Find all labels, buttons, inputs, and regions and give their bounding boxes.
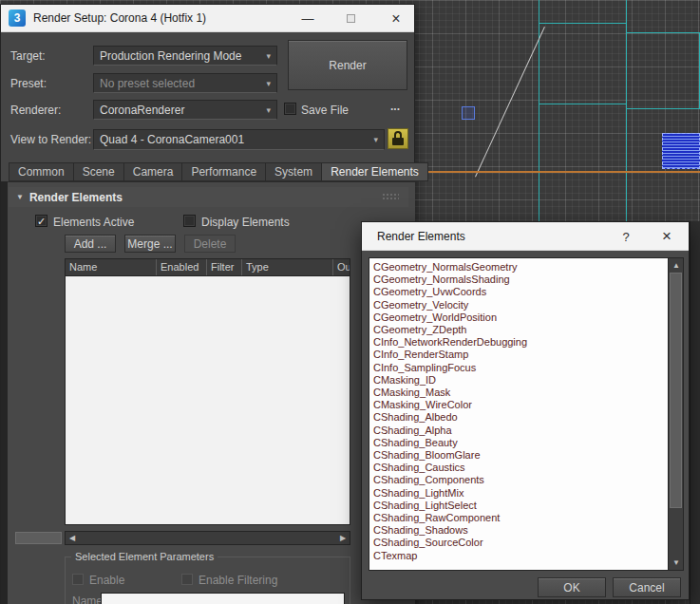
render-element-item[interactable]: CShading_Beauty	[373, 437, 683, 449]
camera-target-marker[interactable]	[462, 106, 475, 120]
tab-common[interactable]: Common	[9, 162, 74, 181]
preset-dropdown[interactable]: No preset selected ▾	[93, 73, 277, 93]
tab-render-elements[interactable]: Render Elements	[322, 162, 428, 181]
preset-value: No preset selected	[100, 77, 195, 90]
scroll-right-icon[interactable]: ▶	[336, 532, 350, 544]
maximize-button[interactable]	[333, 5, 368, 32]
selected-element-parameters-title: Selected Element Parameters	[71, 551, 218, 562]
view-to-render-dropdown[interactable]: Quad 4 - CoronaCamera001 ▾	[93, 129, 385, 150]
cancel-button[interactable]: Cancel	[613, 577, 681, 597]
close-button[interactable]: ×	[377, 5, 415, 32]
viewport-edge-panel	[690, 221, 700, 604]
rollout-scroll-strip[interactable]	[1, 181, 8, 604]
lock-view-button[interactable]	[388, 128, 408, 149]
dialog-titlebar[interactable]: Render Elements ? ×	[362, 222, 689, 251]
render-element-item[interactable]: CShading_SourceColor	[373, 537, 683, 549]
column-header-output: Ou	[333, 259, 350, 275]
render-element-item[interactable]: CShading_Shadows	[373, 524, 683, 537]
add-button[interactable]: Add ...	[65, 235, 116, 253]
tab-system[interactable]: System	[266, 162, 322, 181]
scrollbar-thumb[interactable]	[15, 532, 62, 544]
wireframe-diagonal-line[interactable]	[475, 27, 545, 177]
elements-active-checkbox[interactable]: ✓	[35, 215, 47, 227]
render-setup-titlebar[interactable]: 3 Render Setup: Corona 4 (Hotfix 1) — ×	[1, 5, 414, 32]
renderer-value: CoronaRenderer	[100, 104, 184, 117]
browse-button[interactable]: ...	[390, 100, 400, 113]
render-element-item[interactable]: CMasking_WireColor	[373, 399, 683, 411]
rollout-collapse-icon: ▼	[16, 193, 24, 201]
display-elements-checkbox[interactable]	[183, 215, 196, 227]
dialog-close-button[interactable]: ×	[649, 222, 685, 251]
tab-scene[interactable]: Scene	[74, 162, 124, 181]
wireframe-rect[interactable]	[539, 23, 627, 104]
elements-table-body[interactable]	[65, 276, 350, 525]
render-element-item[interactable]: CShading_Caustics	[373, 462, 683, 474]
target-dropdown[interactable]: Production Rendering Mode ▾	[93, 46, 277, 66]
column-header-filter: Filter	[207, 259, 242, 275]
render-element-item[interactable]: CInfo_SamplingFocus	[373, 362, 683, 374]
table-horizontal-scrollbar[interactable]: ◀ ▶	[65, 531, 350, 545]
list-vertical-scrollbar[interactable]: ▲ ▼	[668, 258, 683, 570]
render-element-item[interactable]: CShading_LightSelect	[373, 500, 683, 512]
selected-object-wireframe[interactable]	[662, 133, 700, 169]
chevron-down-icon: ▾	[266, 51, 271, 61]
help-button[interactable]: ?	[608, 222, 644, 251]
column-header-enabled: Enabled	[157, 259, 207, 275]
render-element-item[interactable]: CGeometry_UvwCoords	[373, 286, 683, 298]
wireframe-rect[interactable]	[626, 32, 700, 109]
render-button[interactable]: Render	[288, 40, 407, 90]
render-element-item[interactable]: CShading_BloomGlare	[373, 449, 683, 462]
renderer-dropdown[interactable]: CoronaRenderer ▾	[93, 100, 277, 120]
render-element-item[interactable]: CGeometry_WorldPosition	[373, 311, 683, 324]
render-element-item[interactable]: CTexmap	[373, 550, 683, 562]
target-value: Production Rendering Mode	[100, 49, 241, 63]
render-elements-rollout-header[interactable]: ▼ Render Elements	[9, 187, 408, 207]
enable-filtering-label: Enable Filtering	[199, 574, 277, 587]
render-setup-tabs: Common Scene Camera Performance System R…	[9, 162, 428, 181]
maximize-icon	[347, 14, 355, 23]
elements-active-label: Elements Active	[53, 216, 134, 229]
render-element-item[interactable]: CMasking_Mask	[373, 387, 683, 399]
chevron-down-icon: ▾	[373, 135, 378, 144]
save-file-label: Save File	[301, 104, 349, 117]
spline-orange-line[interactable]	[415, 171, 700, 173]
elements-table-header: Name Enabled Filter Type Ou	[65, 258, 350, 276]
render-element-item[interactable]: CShading_RawComponent	[373, 512, 683, 524]
view-to-render-label: View to Render:	[10, 133, 91, 146]
enable-checkbox[interactable]	[72, 574, 84, 585]
target-label: Target:	[10, 49, 46, 63]
tab-performance[interactable]: Performance	[182, 162, 266, 181]
lock-icon	[394, 131, 402, 138]
ok-button[interactable]: OK	[538, 577, 606, 597]
minimize-button[interactable]: —	[291, 5, 325, 32]
element-name-input[interactable]	[101, 593, 345, 604]
render-element-item[interactable]: CGeometry_NormalsShading	[373, 274, 683, 286]
render-element-item[interactable]: CGeometry_Velocity	[373, 299, 683, 311]
delete-button[interactable]: Delete	[184, 235, 236, 253]
scrollbar-thumb[interactable]	[670, 273, 682, 508]
merge-button[interactable]: Merge ...	[124, 235, 176, 253]
render-element-item[interactable]: CInfo_RenderStamp	[373, 349, 683, 361]
render-elements-list[interactable]: ▲ ▼ CGeometry_NormalsGeometryCGeometry_N…	[369, 257, 684, 571]
chevron-down-icon: ▾	[266, 105, 271, 115]
render-element-item[interactable]: CGeometry_NormalsGeometry	[373, 261, 683, 274]
display-elements-label: Display Elements	[201, 216, 290, 229]
chevron-down-icon: ▾	[266, 79, 271, 88]
render-element-item[interactable]: CGeometry_ZDepth	[373, 324, 683, 336]
scroll-up-icon[interactable]: ▲	[669, 258, 684, 273]
view-to-render-value: Quad 4 - CoronaCamera001	[100, 133, 244, 146]
render-element-item[interactable]: CMasking_ID	[373, 374, 683, 387]
render-element-item[interactable]: CShading_Albedo	[373, 411, 683, 424]
render-element-item[interactable]: CShading_Components	[373, 474, 683, 486]
render-element-item[interactable]: CShading_LightMix	[373, 487, 683, 500]
enable-filtering-checkbox[interactable]	[181, 574, 193, 585]
window-title: Render Setup: Corona 4 (Hotfix 1)	[33, 11, 206, 25]
render-element-item[interactable]: CInfo_NetworkRenderDebugging	[373, 336, 683, 349]
rollout-grip-icon	[382, 193, 399, 201]
tab-camera[interactable]: Camera	[124, 162, 183, 181]
render-element-item[interactable]: CShading_Alpha	[373, 425, 683, 437]
enable-label: Enable	[89, 574, 124, 587]
scroll-left-icon[interactable]: ◀	[66, 532, 79, 544]
scroll-down-icon[interactable]: ▼	[669, 556, 684, 570]
save-file-checkbox[interactable]	[284, 103, 296, 115]
